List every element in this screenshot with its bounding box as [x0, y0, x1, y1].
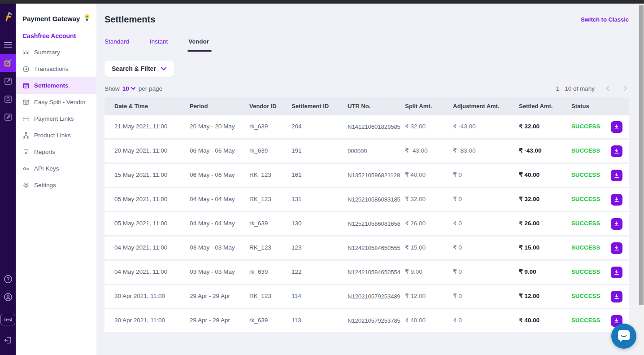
account-name[interactable]: Cashfree Account [16, 23, 96, 44]
cell-utr-no: N124210584650554 [348, 268, 405, 276]
status-badge: SUCCESS [571, 220, 600, 227]
status-badge: SUCCESS [571, 196, 600, 202]
sidebar-item-easy-split-vendor[interactable]: Easy Split - Vendor [16, 94, 96, 110]
status-badge: SUCCESS [571, 123, 600, 130]
pagination: 1 - 10 of many [556, 85, 629, 92]
download-icon [613, 123, 620, 131]
sidebar-item-summary[interactable]: Summary [16, 44, 96, 61]
column-header-date-time: Date & Time [114, 102, 190, 110]
next-page-icon[interactable] [622, 85, 629, 92]
cell-utr-no: 000000 [348, 147, 405, 155]
table-row: 15 May 2021, 11:00 06 May - 06 May RK_12… [104, 164, 629, 188]
rail-item-sync-icon[interactable] [0, 90, 16, 108]
cell-settled-amt: ₹ -43.00 [519, 147, 571, 155]
cell-vendor-id: RK_123 [249, 244, 292, 252]
lightbulb-icon[interactable] [83, 13, 91, 23]
download-icon [613, 220, 620, 228]
scrollbar-thumb[interactable] [639, 5, 644, 305]
column-header-split-amt: Split Amt. [405, 102, 453, 110]
key-icon [22, 165, 30, 172]
test-mode-badge[interactable]: Test [0, 314, 15, 325]
sidebar-item-label: Transactions [34, 66, 69, 72]
cell-settlement-id: 122 [292, 268, 348, 276]
cell-utr-no: N141210601829585 [348, 123, 405, 131]
cell-split-amt: ₹ -43.00 [405, 147, 453, 155]
cell-settlement-id: 130 [292, 219, 348, 228]
download-button[interactable] [611, 170, 622, 181]
cell-split-amt: ₹ 9.00 [405, 268, 453, 276]
chevron-down-icon [161, 66, 167, 71]
sidebar-item-product-links[interactable]: Product Links [16, 127, 96, 144]
cell-period: 20 May - 20 May [190, 123, 249, 131]
search-filter-button[interactable]: Search & Filter [104, 61, 174, 77]
page-size-value: 10 [122, 85, 129, 92]
cell-period: 29 Apr - 29 Apr [190, 292, 249, 300]
sidebar-item-settlements[interactable]: Settlements [16, 77, 96, 94]
sidebar-item-settings[interactable]: Settings [16, 177, 96, 193]
cell-settled-amt: ₹ 26.00 [519, 219, 571, 228]
cell-date-time: 05 May 2021, 11:00 [114, 195, 190, 203]
rail-item-export-icon[interactable] [0, 72, 16, 90]
table-row: 04 May 2021, 11:00 03 May - 03 May RK_12… [104, 237, 629, 261]
tab-vendor[interactable]: Vendor [188, 38, 209, 51]
cell-date-time: 04 May 2021, 11:00 [114, 268, 190, 276]
cell-settlement-id: 204 [292, 123, 348, 131]
cell-adjustment-amt: ₹ 0 [453, 244, 519, 252]
cell-vendor-id: rk_639 [249, 219, 292, 228]
download-icon [613, 245, 620, 252]
store-icon [22, 99, 30, 106]
download-button[interactable] [611, 121, 622, 133]
help-icon[interactable] [3, 274, 13, 286]
table-row: 04 May 2021, 11:00 03 May - 03 May rk_63… [104, 261, 629, 285]
cell-adjustment-amt: ₹ 0 [453, 219, 519, 228]
logout-icon[interactable] [3, 335, 13, 347]
rail-item-payment-gateway[interactable] [0, 54, 16, 72]
download-button[interactable] [611, 242, 622, 254]
cell-split-amt: ₹ 26.00 [405, 219, 453, 228]
cell-adjustment-amt: ₹ 0 [453, 195, 519, 203]
table-row: 20 May 2021, 11:00 06 May - 06 May rk_63… [104, 140, 629, 164]
scrollbar[interactable] [639, 4, 644, 355]
download-button[interactable] [611, 291, 622, 302]
table-row: 05 May 2021, 11:00 04 May - 04 May rk_63… [104, 212, 629, 237]
tab-instant[interactable]: Instant [150, 38, 168, 51]
page-size-select[interactable]: 10 [122, 85, 136, 92]
cell-vendor-id: rk_639 [249, 316, 292, 324]
switch-to-classic-link[interactable]: Switch to Classic [581, 16, 629, 23]
gear-icon [22, 182, 30, 189]
download-button[interactable] [611, 267, 622, 278]
column-header-utr-no: UTR No. [348, 102, 405, 110]
cell-settled-amt: ₹ 12.00 [519, 292, 571, 300]
settlements-icon [22, 82, 30, 89]
cell-settlement-id: 191 [292, 147, 348, 155]
sidebar-item-label: Reports [34, 149, 55, 155]
status-badge: SUCCESS [571, 147, 600, 154]
cell-period: 04 May - 04 May [190, 219, 249, 228]
summary-chart-icon [22, 49, 30, 56]
previous-page-icon[interactable] [605, 85, 612, 92]
cell-settlement-id: 131 [292, 195, 348, 203]
sidebar-item-payment-links[interactable]: Payment Links [16, 110, 96, 127]
account-icon[interactable] [3, 292, 13, 304]
cell-settlement-id: 114 [292, 292, 348, 300]
sidebar-item-transactions[interactable]: Transactions [16, 61, 96, 77]
download-button[interactable] [611, 194, 622, 206]
status-badge: SUCCESS [571, 268, 600, 275]
column-header-settled-amt: Settled Amt. [519, 102, 571, 110]
column-header-adjustment-amt: Adjustment Amt. [453, 102, 519, 110]
chat-widget-button[interactable] [611, 324, 636, 349]
cell-settled-amt: ₹ 32.00 [519, 123, 571, 131]
per-page-label: per page [139, 85, 162, 92]
product-rail: Test [0, 4, 16, 355]
sidebar-item-reports[interactable]: Reports [16, 144, 96, 160]
settlement-tabs: Standard Instant Vendor [104, 38, 629, 51]
download-button[interactable] [611, 145, 622, 157]
rail-item-edit-icon[interactable] [0, 108, 16, 126]
cell-adjustment-amt: ₹ -43.00 [453, 123, 519, 131]
sidebar-item-api-keys[interactable]: API Keys [16, 160, 96, 177]
status-badge: SUCCESS [571, 244, 600, 251]
tab-standard[interactable]: Standard [104, 38, 129, 51]
credit-card-icon [22, 115, 30, 123]
download-button[interactable] [611, 218, 622, 230]
menu-hamburger-icon[interactable] [0, 36, 16, 54]
